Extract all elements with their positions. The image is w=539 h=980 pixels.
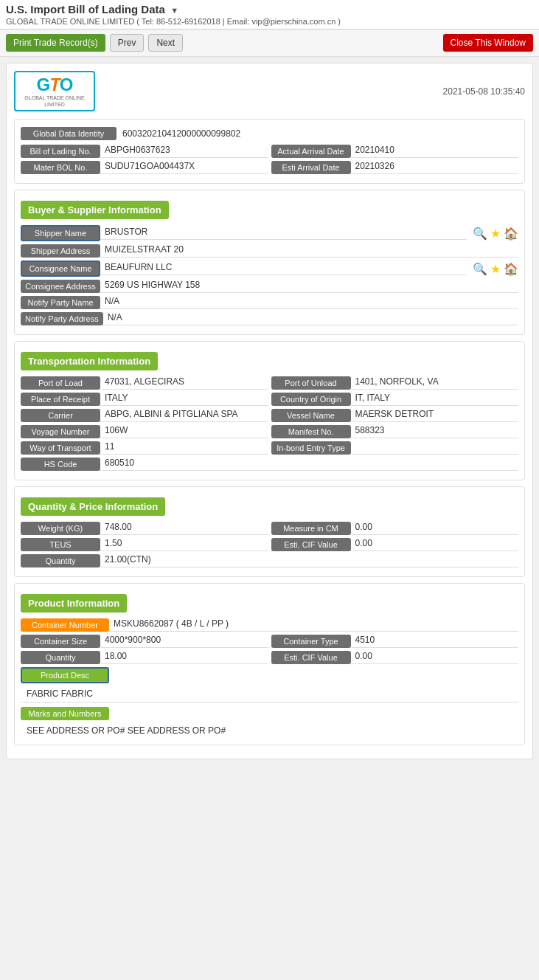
transportation-title: Transportation Information (21, 352, 158, 370)
receipt-origin-row: Place of Receipt ITALY Country of Origin… (21, 393, 518, 406)
page-title: U.S. Import Bill of Lading Data (6, 3, 165, 15)
way-inbond-row: Way of Transport 11 In-bond Entry Type (21, 441, 518, 455)
carrier-vessel-row: Carrier ABPG, ALBINI & PITGLIANA SPA Ves… (21, 409, 518, 422)
place-receipt-label: Place of Receipt (21, 393, 100, 406)
consignee-home-icon[interactable]: 🏠 (504, 262, 518, 276)
port-load-value: 47031, ALGECIRAS (100, 376, 268, 390)
measure-value: 0.00 (351, 522, 519, 535)
esti-arrival-label: Esti Arrival Date (271, 161, 351, 174)
notify-name-value: N/A (100, 296, 518, 309)
bol-row: Bill of Lading No. ABPGH0637623 Actual A… (21, 145, 518, 158)
buyer-supplier-section: Buyer & Supplier Information Shipper Nam… (14, 190, 525, 335)
shipper-star-icon[interactable]: ★ (490, 227, 501, 241)
quantity-label: Quantity (21, 554, 100, 567)
consignee-name-value: BEAUFURN LLC (100, 262, 467, 275)
product-desc-row: Product Desc (21, 667, 518, 683)
container-size-value: 4000*900*800 (100, 635, 268, 648)
country-origin-label: Country of Origin (271, 393, 351, 406)
port-row: Port of Load 47031, ALGECIRAS Port of Un… (21, 376, 518, 390)
teus-value: 1.50 (100, 538, 268, 551)
teus-label: TEUS (21, 538, 100, 551)
logo-subtitle: GLOBAL TRADE ONLINE LIMITED (17, 95, 92, 108)
esti-cif-label: Esti. CIF Value (271, 538, 351, 551)
port-load-label: Port of Load (21, 376, 100, 390)
manifest-no-value: 588323 (351, 425, 519, 438)
esti-arrival-value: 20210326 (351, 161, 519, 174)
marks-value: SEE ADDRESS OR PO# SEE ADDRESS OR PO# (21, 723, 226, 736)
way-transport-label: Way of Transport (21, 441, 100, 455)
quantity-value: 21.00(CTN) (100, 554, 518, 567)
consignee-star-icon[interactable]: ★ (490, 262, 501, 276)
bol-no-value: ABPGH0637623 (100, 145, 268, 158)
global-id-value: 600320210412000000099802 (117, 128, 240, 139)
port-unload-label: Port of Unload (271, 376, 351, 390)
shipper-name-value: BRUSTOR (100, 227, 467, 240)
subtitle: GLOBAL TRADE ONLINE LIMITED ( Tel: 86-51… (6, 17, 533, 26)
place-receipt-value: ITALY (100, 393, 268, 406)
document-header: GTO GLOBAL TRADE ONLINE LIMITED 2021-05-… (14, 71, 525, 111)
weight-measure-row: Weight (KG) 748.00 Measure in CM 0.00 (21, 522, 518, 535)
datetime: 2021-05-08 10:35:40 (443, 86, 525, 97)
global-id-label: Global Data Identity (21, 127, 117, 140)
container-size-type-row: Container Size 4000*900*800 Container Ty… (21, 635, 518, 648)
transportation-section: Transportation Information Port of Load … (14, 341, 525, 480)
container-type-label: Container Type (271, 635, 351, 648)
global-id-row: Global Data Identity 6003202104120000000… (21, 125, 518, 142)
dropdown-icon[interactable]: ▼ (170, 6, 178, 15)
buyer-supplier-header: Buyer & Supplier Information (21, 196, 518, 225)
notify-address-value: N/A (103, 312, 518, 325)
port-unload-value: 1401, NORFOLK, VA (351, 376, 519, 390)
buyer-supplier-title: Buyer & Supplier Information (21, 201, 169, 219)
consignee-search-icon[interactable]: 🔍 (473, 262, 487, 276)
notify-address-label: Notify Party Address (21, 312, 103, 325)
product-title: Product Information (21, 594, 127, 612)
consignee-address-row: Consignee Address 5269 US HIGHWAY 158 (21, 280, 518, 293)
carrier-label: Carrier (21, 409, 100, 422)
mater-bol-row: Mater BOL No. SUDU71GOA004437X Esti Arri… (21, 161, 518, 174)
measure-label: Measure in CM (271, 522, 351, 535)
shipper-address-value: MUIZELSTRAAT 20 (100, 244, 518, 258)
prod-quantity-cif-row: Quantity 18.00 Esti. CIF Value 0.00 (21, 651, 518, 664)
quantity-price-title: Quantity & Price Information (21, 497, 165, 516)
hs-code-value: 680510 (100, 458, 518, 471)
container-type-value: 4510 (351, 635, 519, 648)
product-header: Product Information (21, 590, 518, 618)
print-button[interactable]: Print Trade Record(s) (6, 34, 105, 52)
shipper-address-label: Shipper Address (21, 244, 100, 258)
logo: GTO GLOBAL TRADE ONLINE LIMITED (14, 71, 95, 111)
product-desc-label: Product Desc (21, 667, 109, 683)
consignee-actions: 🔍 ★ 🏠 (473, 262, 518, 276)
prev-button[interactable]: Prev (110, 34, 145, 52)
shipper-search-icon[interactable]: 🔍 (473, 227, 487, 241)
voyage-number-label: Voyage Number (21, 425, 100, 438)
vessel-name-label: Vessel Name (271, 409, 351, 422)
container-number-value: MSKU8662087 ( 4B / L / PP ) (109, 618, 518, 632)
vessel-name-value: MAERSK DETROIT (351, 409, 519, 422)
shipper-actions: 🔍 ★ 🏠 (473, 227, 518, 241)
esti-cif-value: 0.00 (351, 538, 519, 551)
weight-label: Weight (KG) (21, 522, 100, 535)
weight-value: 748.00 (100, 522, 268, 535)
shipper-home-icon[interactable]: 🏠 (504, 227, 518, 241)
quantity-price-header: Quantity & Price Information (21, 493, 518, 522)
close-button[interactable]: Close This Window (443, 34, 533, 52)
product-desc-value: FABRIC FABRIC (21, 686, 93, 699)
shipper-name-label: Shipper Name (21, 225, 100, 241)
prod-esti-cif-value: 0.00 (351, 651, 519, 664)
country-origin-value: IT, ITALY (351, 393, 519, 406)
way-transport-value: 11 (100, 441, 268, 455)
voyage-manifest-row: Voyage Number 106W Manifest No. 588323 (21, 425, 518, 438)
notify-address-row: Notify Party Address N/A (21, 312, 518, 325)
transportation-header: Transportation Information (21, 348, 518, 376)
marks-label: Marks and Numbers (21, 707, 109, 720)
logo-text: GTO (36, 75, 72, 95)
product-desc-content: FABRIC FABRIC (21, 686, 518, 703)
next-button[interactable]: Next (148, 34, 183, 52)
voyage-number-value: 106W (100, 425, 268, 438)
shipper-address-row: Shipper Address MUIZELSTRAAT 20 (21, 244, 518, 258)
teus-cif-row: TEUS 1.50 Esti. CIF Value 0.00 (21, 538, 518, 551)
container-size-label: Container Size (21, 635, 100, 648)
marks-row: Marks and Numbers (21, 707, 518, 720)
bol-no-label: Bill of Lading No. (21, 145, 100, 158)
hs-code-row: HS Code 680510 (21, 458, 518, 471)
